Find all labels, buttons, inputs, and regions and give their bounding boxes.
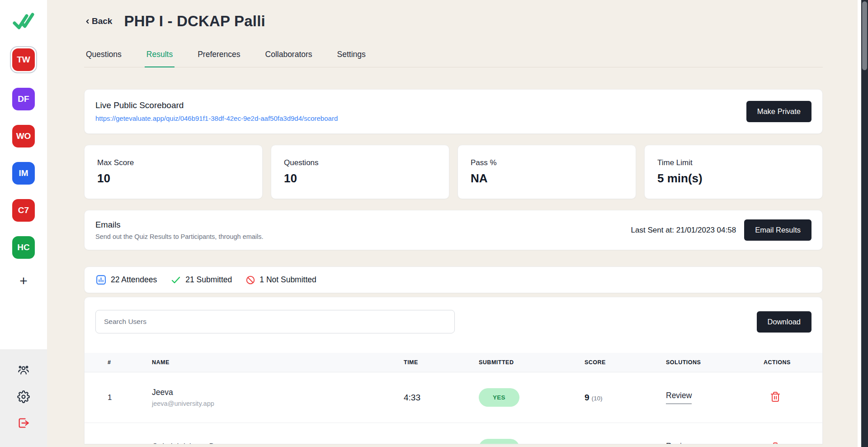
page-header: Back PHP I - DCKAP Palli [84,13,823,30]
sidebar-footer [0,349,47,447]
app-window: TW DF WO IM C7 HC + [0,0,868,447]
stat-label: Max Score [97,158,250,167]
trash-icon [770,442,781,445]
avatar[interactable]: DF [12,88,35,110]
stat-label: Pass % [471,158,623,167]
participant-name: Gokulakrishnan D [152,442,404,444]
review-link[interactable]: Review [666,391,692,404]
stat-card-pass-percent: Pass % NA [458,145,636,199]
tab-bar: Questions Results Preferences Collaborat… [84,48,823,67]
emails-card: Emails Send out the Quiz Results to Part… [84,210,823,250]
stats-row: Max Score 10 Questions 10 Pass % NA Time… [84,145,823,199]
delete-row-button[interactable] [770,442,781,445]
attendance-summary-card: 22 Attendees 21 Submitted 1 Not Submitte… [84,266,823,293]
slash-circle-icon [245,275,255,285]
submitted-badge: YES [479,439,519,444]
tab-settings[interactable]: Settings [335,48,368,67]
col-header-actions: ACTIONS [764,359,822,366]
trash-icon [770,391,781,402]
row-name-cell: Jeeva jeeva@university.app [152,388,404,407]
last-sent-text: Last Sent at: 21/01/2023 04:58 [631,226,736,235]
make-private-button[interactable]: Make Private [746,101,811,122]
row-score: 9 [585,443,666,445]
stat-value: 10 [97,171,250,185]
back-label: Back [92,16,112,26]
stat-card-max-score: Max Score 10 [84,145,263,199]
avatar[interactable]: HC [12,236,35,259]
not-submitted-label: 1 Not Submitted [259,275,316,285]
email-results-button[interactable]: Email Results [744,219,811,241]
main-content: Back PHP I - DCKAP Palli Questions Resul… [47,0,868,447]
workspace-item-wo[interactable]: WO [12,125,35,147]
row-actions-cell [764,442,822,445]
app-logo [12,11,35,33]
stat-card-time-limit: Time Limit 5 min(s) [644,145,823,199]
tab-preferences[interactable]: Preferences [196,48,242,67]
row-score: 9(10) [585,393,666,403]
settings-button[interactable] [17,390,30,404]
row-solutions-cell: Review [666,442,764,444]
page-scrollbar[interactable] [861,0,868,447]
tab-results[interactable]: Results [145,48,175,67]
scrollbar-gutter [858,0,861,447]
workspace-item-df[interactable]: DF [12,88,35,110]
people-icon [17,364,30,377]
gear-icon [17,390,30,403]
col-header-name: NAME [152,359,404,366]
scoreboard-card: Live Public Scoreboard https://getevalua… [84,89,823,134]
score-value: 9 [585,443,590,445]
avatar[interactable]: TW [12,48,35,71]
col-header-time: TIME [404,359,479,366]
col-header-solutions: SOLUTIONS [666,359,764,366]
workspace-item-hc[interactable]: HC [12,236,35,259]
workspace-list: TW DF WO IM C7 HC + [10,46,37,288]
scoreboard-title: Live Public Scoreboard [95,100,338,110]
bar-chart-icon [95,274,107,285]
table-row: 1 Jeeva jeeva@university.app 4:33 YES 9(… [85,372,822,423]
stat-card-questions: Questions 10 [271,145,449,199]
tab-collaborators[interactable]: Collaborators [264,48,314,67]
delete-row-button[interactable] [770,391,781,404]
row-submitted-cell: YES [479,388,585,407]
table-toolbar: Download [85,310,822,333]
stat-value: NA [471,171,623,185]
stat-value: 10 [284,171,436,185]
search-input[interactable] [95,310,455,333]
submitted-badge: YES [479,388,519,407]
download-button[interactable]: Download [757,311,811,333]
row-solutions-cell: Review [666,391,764,404]
emails-subtitle: Send out the Quiz Results to Participant… [95,233,264,240]
stat-label: Questions [284,158,436,167]
check-icon [170,275,181,285]
back-button[interactable]: Back [84,16,112,26]
scoreboard-link[interactable]: https://getevaluate.app/quiz/046b91f1-38… [95,114,338,122]
tab-questions[interactable]: Questions [84,48,123,67]
stat-label: Time Limit [657,158,810,167]
participant-name: Jeeva [152,388,404,397]
members-button[interactable] [17,364,30,377]
workspace-item-c7[interactable]: C7 [12,199,35,222]
avatar[interactable]: WO [12,125,35,147]
not-submitted-count: 1 Not Submitted [245,275,316,285]
add-workspace-button[interactable]: + [19,274,28,288]
workspace-sidebar: TW DF WO IM C7 HC + [0,0,47,447]
workspace-item-tw-selected[interactable]: TW [10,46,37,73]
row-index: 2 [85,444,152,445]
row-time: 4:1 [404,443,479,445]
avatar[interactable]: C7 [12,199,35,222]
stat-value: 5 min(s) [657,171,810,185]
avatar[interactable]: IM [12,162,35,185]
col-header-index: # [85,359,152,366]
table-row: 2 Gokulakrishnan D 4:1 YES 9 Review [85,423,822,444]
logout-icon [17,417,30,429]
score-max: (10) [592,395,603,402]
review-link[interactable]: Review [666,442,692,444]
scrollbar-thumb[interactable] [862,1,867,70]
workspace-item-im[interactable]: IM [12,162,35,185]
submitted-label: 21 Submitted [185,275,232,285]
col-header-score: SCORE [585,359,666,366]
page-title: PHP I - DCKAP Palli [124,13,265,30]
participant-email: jeeva@university.app [152,400,404,407]
submitted-count: 21 Submitted [170,275,232,285]
logout-button[interactable] [17,416,30,430]
